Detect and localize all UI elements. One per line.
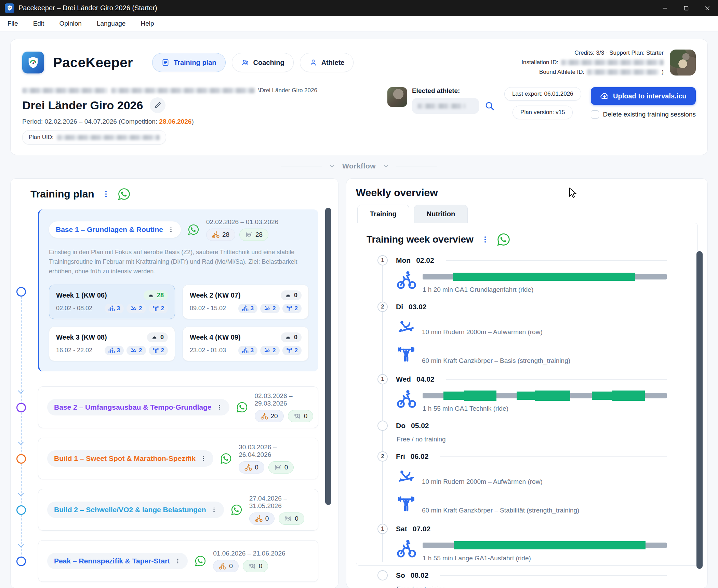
phase-card-build1[interactable]: Build 1 – Sweet Spot & Marathon-Spezifik… <box>38 438 318 479</box>
phase-card-build2[interactable]: Build 2 – Schwelle/VO2 & lange Belastung… <box>38 489 318 531</box>
close-button[interactable] <box>697 0 718 16</box>
kebab-menu-icon[interactable] <box>200 455 207 462</box>
athlete-avatar <box>387 87 407 107</box>
whatsapp-icon[interactable] <box>118 188 131 201</box>
zone-bar <box>423 272 667 282</box>
cyclist-icon <box>255 515 263 522</box>
meal-count-badge: 0 <box>288 410 314 422</box>
bike-icon <box>397 270 416 293</box>
kebab-menu-icon[interactable] <box>216 404 223 410</box>
session-strength: 60 min Kraft Ganzkörper – Basis (strengt… <box>397 343 667 366</box>
timeline-node-base2[interactable] <box>16 403 26 412</box>
whatsapp-icon[interactable] <box>188 224 199 235</box>
whatsapp-icon[interactable] <box>195 555 206 567</box>
phase-pill-base2[interactable]: Base 2 – Umfangsausbau & Tempo-Grundlage <box>47 399 229 415</box>
load-badge: 0 <box>281 332 302 342</box>
meal-icon <box>294 412 301 420</box>
meal-icon <box>274 464 282 471</box>
search-icon[interactable] <box>484 101 495 111</box>
session-caption: 60 min Kraft Ganzkörper – Stabilität (st… <box>422 507 667 514</box>
week-card-1[interactable]: Week 1 (KW 06) 28 02.02 - 08.02 3 2 2 <box>49 285 175 319</box>
day-row-sat[interactable]: 1 Sat07.02 1 h 55 min Lange GA1-Ausfahrt… <box>377 524 667 562</box>
timeline-node-build1[interactable] <box>16 454 26 464</box>
rowing-icon <box>397 318 416 337</box>
upload-button[interactable]: Upload to intervals.icu <box>591 87 696 105</box>
kebab-menu-icon[interactable] <box>102 190 110 198</box>
menu-language[interactable]: Language <box>97 20 126 27</box>
menu-file[interactable]: File <box>8 20 18 27</box>
week-card-4[interactable]: Week 4 (KW 09) 0 23.02 - 01.03 3 2 2 <box>183 327 309 361</box>
day-row-fri[interactable]: 2 Fri06.02 10 min Rudern 2000m – Aufwärm… <box>377 451 667 516</box>
avatar[interactable] <box>670 50 696 76</box>
whatsapp-icon[interactable] <box>236 401 248 413</box>
scrollbar-thumb[interactable] <box>696 251 703 569</box>
phase-dates: 01.06.2026 – 21.06.2026 <box>213 550 285 557</box>
phase-dates: 30.03.2026 – 26.04.2026 <box>239 443 309 459</box>
kebab-menu-icon[interactable] <box>211 507 217 513</box>
phase-card-base1[interactable]: Base 1 – Grundlagen & Routine 02.02.2026… <box>38 209 318 371</box>
kebab-menu-icon[interactable] <box>175 558 181 564</box>
cloche-icon <box>285 334 291 341</box>
tab-coaching[interactable]: Coaching <box>232 53 294 72</box>
day-session-count: 2 <box>377 302 388 312</box>
tab-training[interactable]: Training <box>357 205 409 223</box>
session-caption: 10 min Rudern 2000m – Aufwärmen (row) <box>422 328 667 336</box>
edit-title-button[interactable] <box>150 97 165 113</box>
phase-pill-peak[interactable]: Peak – Rennspezifik & Taper-Start <box>47 553 188 569</box>
day-row-di[interactable]: 2 Di03.02 10 min Rudern 2000m – Aufwärme… <box>377 302 667 366</box>
weekly-overview-panel: Weekly overview Training Nutrition Train… <box>346 178 708 588</box>
phase-pill-base1[interactable]: Base 1 – Grundlagen & Routine <box>49 221 181 238</box>
rowing-icon <box>264 347 270 354</box>
timeline-node-peak[interactable] <box>16 557 26 566</box>
whatsapp-icon[interactable] <box>497 233 510 246</box>
strength-sessions-pill: 2 <box>282 304 302 313</box>
menu-help[interactable]: Help <box>141 20 154 27</box>
week-card-3[interactable]: Week 3 (KW 08) 0 16.02 - 22.02 3 2 2 <box>49 327 175 361</box>
day-row-so[interactable]: So08.02 Free / no training <box>377 570 667 588</box>
tab-training-plan[interactable]: Training plan <box>152 53 225 72</box>
brand-logo <box>22 52 44 73</box>
delete-sessions-checkbox[interactable] <box>591 110 599 119</box>
brand-name: PaceKeeper <box>53 55 133 70</box>
session-caption: 1 h 20 min GA1 Grundlagenfahrt (ride) <box>423 286 667 293</box>
day-row-mon[interactable]: 1 Mon02.02 1 h 20 min GA1 Grundlagenfahr… <box>377 255 667 293</box>
menu-opinion[interactable]: Opinion <box>59 20 82 27</box>
menu-edit[interactable]: Edit <box>33 20 44 27</box>
whatsapp-icon[interactable] <box>220 453 232 464</box>
meal-icon <box>284 515 292 522</box>
week-card-2[interactable]: Week 2 (KW 07) 0 09.02 - 15.02 3 2 2 <box>183 285 309 319</box>
timeline-arrow-icon <box>18 491 24 496</box>
chevron-down-icon[interactable] <box>329 163 335 169</box>
kebab-menu-icon[interactable] <box>168 227 174 233</box>
phase-pill-build1[interactable]: Build 1 – Sweet Spot & Marathon-Spezifik <box>47 450 213 467</box>
session-caption: 10 min Rudern 2000m – Aufwärmen (row) <box>422 478 667 486</box>
whatsapp-icon[interactable] <box>231 504 242 516</box>
bike-icon <box>108 347 115 354</box>
day-row-do[interactable]: Do05.02 Free / no training <box>377 421 667 443</box>
session-ride: 1 h 55 min Lange GA1-Ausfahrt (ride) <box>397 539 667 562</box>
session-caption: 1 h 55 min Lange GA1-Ausfahrt (ride) <box>423 555 667 562</box>
ride-count-badge: 0 <box>239 461 264 474</box>
day-row-wed[interactable]: 1 Wed04.02 1 h 55 min GA1 Technik (ride) <box>377 374 667 412</box>
day-session-count: 2 <box>377 451 388 462</box>
phase-pill-build2[interactable]: Build 2 – Schwelle/VO2 & lange Belastung… <box>47 502 224 518</box>
tab-nutrition[interactable]: Nutrition <box>414 205 468 223</box>
phase-card-base2[interactable]: Base 2 – Umfangsausbau & Tempo-Grundlage… <box>38 386 318 428</box>
scrollbar-thumb[interactable] <box>325 208 331 505</box>
chevron-down-icon[interactable] <box>383 163 389 169</box>
training-week-overview-card: Training week overview 1 Mon02.02 <box>356 223 698 566</box>
meal-count-badge: 28 <box>239 229 268 241</box>
installation-id-redacted <box>561 60 664 65</box>
athlete-name-field[interactable] <box>412 98 479 114</box>
strength-sessions-pill: 2 <box>282 346 302 355</box>
phase-card-peak[interactable]: Peak – Rennspezifik & Taper-Start 01.06.… <box>38 540 318 582</box>
free-day-text: Free / no training <box>397 436 667 443</box>
kebab-menu-icon[interactable] <box>481 235 489 244</box>
tab-athlete[interactable]: Athlete <box>300 53 354 72</box>
timeline-node-build2[interactable] <box>16 505 26 515</box>
minimize-button[interactable] <box>654 0 676 16</box>
maximize-button[interactable] <box>676 0 697 16</box>
timeline-node-base1[interactable] <box>16 287 26 297</box>
credits-line: Credits: 3/3 · Support Plan: Starter <box>521 48 664 58</box>
bike-icon <box>242 305 249 312</box>
